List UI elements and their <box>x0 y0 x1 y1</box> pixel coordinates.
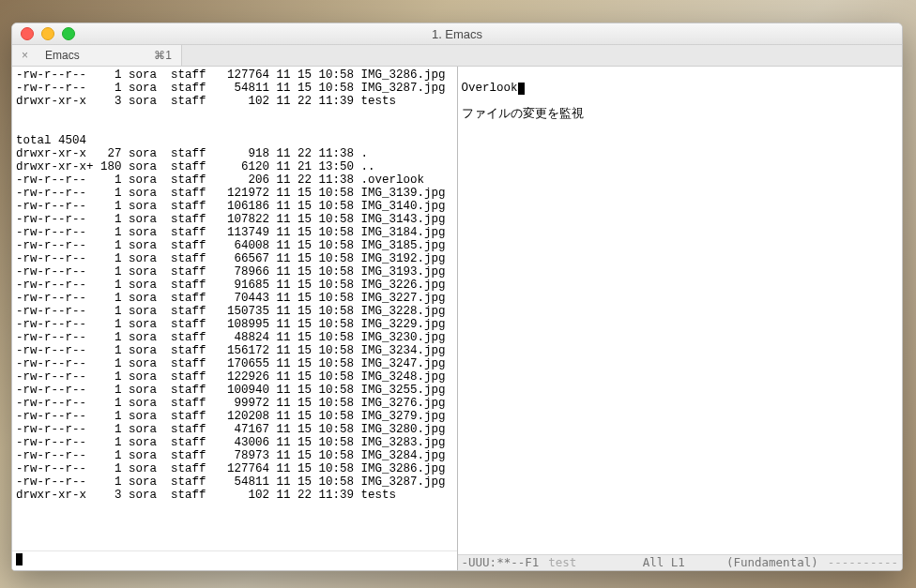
shell-buffer[interactable]: -rw-r--r-- 1 sora staff 127764 11 15 10:… <box>12 67 457 550</box>
left-pane[interactable]: -rw-r--r-- 1 sora staff 127764 11 15 10:… <box>12 67 458 570</box>
mode-line: -UUU:**--F1 test All L1 (Fundamental) --… <box>458 554 903 570</box>
modeline-tail: ---------- <box>828 556 898 569</box>
right-pane[interactable]: Overlook ファイルの変更を監視 -UUU:**--F1 test All… <box>458 67 903 570</box>
tab-label: Emacs <box>45 49 141 62</box>
window-controls <box>12 27 75 40</box>
minibuffer[interactable] <box>12 550 457 570</box>
modeline-position: All L1 <box>643 556 685 569</box>
tab-emacs[interactable]: × Emacs ⌘1 <box>12 45 182 66</box>
window-title: 1. Emacs <box>12 27 902 41</box>
tab-close-icon[interactable]: × <box>22 49 28 62</box>
cursor-icon <box>16 553 23 565</box>
modeline-buffer-name: test <box>548 556 576 569</box>
cursor-icon <box>518 83 525 95</box>
zoom-icon[interactable] <box>62 27 75 40</box>
tab-keyhint: ⌘1 <box>154 49 172 62</box>
close-icon[interactable] <box>21 27 34 40</box>
buffer-line: Overlook <box>462 82 518 95</box>
editor-content: -rw-r--r-- 1 sora staff 127764 11 15 10:… <box>12 67 902 570</box>
modeline-status: -UUU:**--F1 <box>462 556 540 569</box>
window-titlebar: 1. Emacs <box>12 23 902 45</box>
modeline-major-mode: (Fundamental) <box>726 556 818 569</box>
tab-bar: × Emacs ⌘1 <box>12 45 902 67</box>
buffer-line: ファイルの変更を監視 <box>462 108 584 121</box>
minimize-icon[interactable] <box>41 27 54 40</box>
text-buffer[interactable]: Overlook ファイルの変更を監視 <box>458 67 903 554</box>
emacs-window: 1. Emacs × Emacs ⌘1 -rw-r--r-- 1 sora st… <box>11 23 903 571</box>
